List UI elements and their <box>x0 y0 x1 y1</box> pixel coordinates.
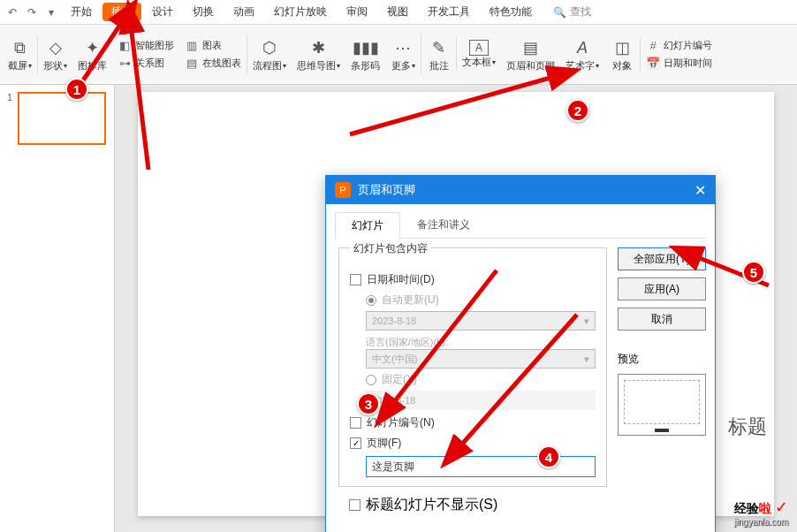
language-label: 语言(国家/地区)(L): <box>366 336 596 349</box>
preview-box <box>618 374 706 436</box>
screenshot-button[interactable]: ⧉ 截屏▾ <box>2 34 37 74</box>
slide-title-placeholder: 标题 <box>728 414 767 440</box>
chart-button[interactable]: ▥图表 <box>183 38 243 54</box>
menu-devtools[interactable]: 开发工具 <box>419 3 479 21</box>
textbox-button[interactable]: A 文本框▾ <box>456 38 501 71</box>
wordart-button[interactable]: A 艺术字▾ <box>560 34 604 74</box>
ribbon-insert: ⧉ 截屏▾ ◇ 形状▾ ✦ 图标库 ◧智能图形 ⊶关系图 ▥图表 ▤在线图表 ⬡… <box>0 25 797 85</box>
checkmark-icon: ✓ <box>775 498 788 516</box>
checkbox-icon <box>350 417 361 429</box>
object-button[interactable]: ◫ 对象 <box>604 34 640 74</box>
apply-button[interactable]: 应用(A) <box>618 277 706 300</box>
search-label: 查找 <box>570 4 591 19</box>
header-footer-dialog: P 页眉和页脚 ✕ 幻灯片 备注和讲义 幻灯片包含内容 日期和时间(D) 自动更… <box>325 175 716 532</box>
menu-view[interactable]: 视图 <box>378 3 417 21</box>
menu-special[interactable]: 特色功能 <box>481 3 541 21</box>
date-format-combo[interactable]: 2023-8-18 ▾ <box>366 311 596 331</box>
dialog-titlebar[interactable]: P 页眉和页脚 ✕ <box>326 176 715 204</box>
slide-thumbnails: 1 <box>0 85 115 532</box>
relation-button[interactable]: ⊶关系图 <box>116 56 176 72</box>
wordart-icon: A <box>571 36 594 59</box>
menu-start[interactable]: 开始 <box>62 3 101 21</box>
groupbox-title: 幻灯片包含内容 <box>350 241 431 256</box>
tab-slide[interactable]: 幻灯片 <box>335 212 400 239</box>
barcode-icon: ▮▮▮ <box>354 36 377 59</box>
smartart-button[interactable]: ◧智能图形 <box>116 38 176 54</box>
datetime-button[interactable]: 📅日期和时间 <box>644 56 714 72</box>
annotation-3: 3 <box>357 392 380 415</box>
chart-group2: ▥图表 ▤在线图表 <box>179 38 247 72</box>
chevron-down-icon: ▾ <box>412 62 415 70</box>
smartart-icon: ◧ <box>118 39 132 53</box>
menu-slideshow[interactable]: 幻灯片放映 <box>265 3 336 21</box>
footer-checkbox-row[interactable]: 页脚(F) <box>350 436 596 451</box>
slide-number-checkbox-row[interactable]: 幻灯片编号(N) <box>350 415 596 430</box>
annotation-5: 5 <box>742 261 765 284</box>
slide-number-icon: # <box>646 39 660 53</box>
dialog-tabs: 幻灯片 备注和讲义 <box>335 211 706 239</box>
chevron-down-icon: ▾ <box>492 58 496 66</box>
menu-transition[interactable]: 切换 <box>184 3 223 21</box>
search-icon: 🔍 <box>553 6 566 19</box>
chevron-down-icon: ▾ <box>584 315 589 327</box>
fixed-radio[interactable]: 固定(X) <box>366 372 596 387</box>
app-icon: P <box>335 182 351 198</box>
menu-insert[interactable]: 插入 <box>102 3 141 21</box>
comment-button[interactable]: ✎ 批注 <box>421 34 456 74</box>
datetime-checkbox-row[interactable]: 日期和时间(D) <box>350 272 596 287</box>
menu-animation[interactable]: 动画 <box>224 3 263 21</box>
barcode-button[interactable]: ▮▮▮ 条形码 <box>345 34 385 74</box>
thumbnail-item[interactable]: 1 <box>7 92 107 145</box>
fixed-input[interactable]: 2023-8-18 <box>366 391 596 410</box>
mindmap-button[interactable]: ✱ 思维导图▾ <box>292 34 345 74</box>
object-icon: ◫ <box>611 36 634 59</box>
header-footer-button[interactable]: ▤ 页眉和页脚 <box>501 34 560 74</box>
auto-update-radio[interactable]: 自动更新(U) <box>366 293 596 308</box>
shapes-icon: ◇ <box>44 36 67 59</box>
dialog-title: 页眉和页脚 <box>358 182 415 198</box>
screenshot-icon: ⧉ <box>8 36 31 59</box>
online-chart-icon: ▤ <box>185 57 199 71</box>
language-combo[interactable]: 中文(中国) ▾ <box>366 349 596 369</box>
undo-icon[interactable]: ↶ <box>4 4 21 21</box>
search-box[interactable]: 🔍 查找 <box>553 4 591 19</box>
numbering-group: #幻灯片编号 📅日期和时间 <box>640 38 717 72</box>
chevron-down-icon: ▾ <box>283 62 286 70</box>
close-icon[interactable]: ✕ <box>695 182 706 199</box>
watermark: 经验啦 ✓ jingyanla.com <box>734 498 788 527</box>
checkbox-icon <box>350 274 361 285</box>
checkbox-icon <box>349 499 361 511</box>
slide-number-button[interactable]: #幻灯片编号 <box>644 38 714 54</box>
checkbox-icon <box>350 437 361 449</box>
chart-group: ◧智能图形 ⊶关系图 <box>112 38 179 72</box>
qat-dropdown-icon[interactable]: ▾ <box>42 4 60 21</box>
menubar: ↶ ↷ ▾ 开始 插入 设计 切换 动画 幻灯片放映 审阅 视图 开发工具 特色… <box>0 0 797 25</box>
chevron-down-icon: ▾ <box>337 62 340 70</box>
hide-title-checkbox-row[interactable]: 标题幻灯片不显示(S) <box>349 496 607 514</box>
chevron-down-icon: ▾ <box>64 62 67 70</box>
chevron-down-icon: ▾ <box>584 353 589 365</box>
annotation-2: 2 <box>566 99 589 122</box>
menu-review[interactable]: 审阅 <box>338 3 376 21</box>
tab-notes[interactable]: 备注和讲义 <box>400 211 487 238</box>
icon-library-button[interactable]: ✦ 图标库 <box>72 34 112 74</box>
menu-design[interactable]: 设计 <box>143 3 182 21</box>
radio-icon <box>366 375 376 385</box>
radio-icon <box>366 295 376 306</box>
dialog-body: 幻灯片包含内容 日期和时间(D) 自动更新(U) 2023-8-18 ▾ 语言(… <box>326 239 715 532</box>
shapes-button[interactable]: ◇ 形状▾ <box>37 34 72 74</box>
flowchart-button[interactable]: ⬡ 流程图▾ <box>247 34 292 74</box>
online-chart-button[interactable]: ▤在线图表 <box>183 56 243 72</box>
icon-library-icon: ✦ <box>81 36 104 59</box>
apply-all-button[interactable]: 全部应用(Y) <box>618 247 706 270</box>
footer-text-input[interactable]: 这是页脚 <box>366 456 596 477</box>
relation-icon: ⊶ <box>118 57 132 71</box>
chart-icon: ▥ <box>185 39 199 53</box>
preview-label: 预览 <box>618 352 706 367</box>
annotation-1: 1 <box>65 78 88 101</box>
mindmap-icon: ✱ <box>307 36 330 59</box>
redo-icon[interactable]: ↷ <box>23 4 41 21</box>
more-button[interactable]: ⋯ 更多▾ <box>385 34 421 74</box>
cancel-button[interactable]: 取消 <box>618 308 706 331</box>
thumbnail-number: 1 <box>7 92 12 145</box>
